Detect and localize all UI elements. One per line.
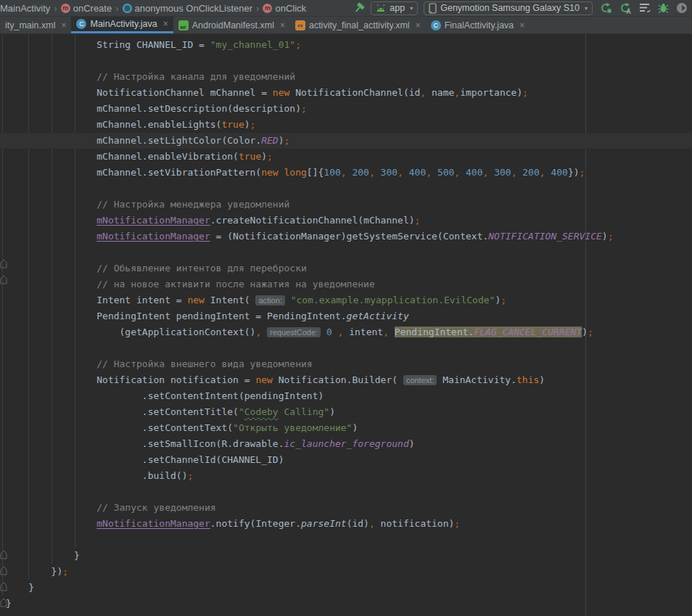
apply-changes-icon[interactable]	[600, 2, 612, 14]
code-token: "	[239, 406, 244, 417]
tab-activity-main-xml[interactable]: ity_main.xml ×	[0, 17, 71, 33]
breadcrumb-item-oncreate[interactable]: m onCreate	[61, 3, 112, 14]
fold-marker-icon[interactable]	[0, 549, 7, 561]
code-token: // Настройка внешнего вида уведомления	[6, 358, 313, 369]
code-token: []{	[307, 167, 324, 178]
method-icon: m	[263, 4, 272, 13]
code-token: 400	[466, 167, 482, 178]
close-icon[interactable]: ×	[416, 20, 421, 30]
close-icon[interactable]: ×	[61, 20, 66, 30]
code-token: RED	[261, 135, 278, 146]
code-token: MainActivity.	[437, 374, 516, 385]
code-token: Intent(	[205, 295, 255, 305]
code-line	[0, 340, 692, 356]
code-token	[375, 167, 381, 178]
breadcrumb-item-class[interactable]: MainActivity	[0, 3, 50, 14]
code-line: // Запуск уведомления	[0, 500, 692, 516]
tab-activity-final-acttivity-xml[interactable]: cx activity_final_acttivity.xml ×	[290, 17, 426, 33]
close-icon[interactable]: ×	[163, 19, 168, 29]
breadcrumb-item-anonymous-listener[interactable]: anonymous OnClickListener	[123, 3, 253, 14]
breadcrumb-label: onCreate	[73, 3, 112, 14]
profile-app-icon[interactable]	[676, 2, 688, 14]
code-line	[0, 484, 692, 500]
code-token: )	[244, 119, 250, 130]
code-line: mNotificationManager.createNotificationC…	[0, 213, 692, 229]
breadcrumb-label: anonymous OnClickListener	[135, 3, 253, 14]
code-editor[interactable]: String CHANNEL_ID = "my_channel_01"; // …	[0, 34, 692, 616]
code-line: Intent intent = new Intent( action: "com…	[0, 292, 692, 308]
run-config-label: app	[390, 3, 405, 13]
apply-code-changes-icon[interactable]: A	[619, 2, 632, 14]
code-line: mNotificationManager.notify(Integer.pars…	[0, 516, 692, 532]
code-token: ;	[301, 103, 307, 114]
fold-marker-icon[interactable]	[0, 581, 7, 593]
code-line	[0, 532, 692, 548]
close-icon[interactable]: ×	[519, 20, 524, 30]
tab-label: AndroidManifest.xml	[192, 20, 274, 30]
code-token: (id)	[347, 518, 369, 529]
code-token	[389, 327, 395, 337]
code-token	[6, 518, 96, 529]
code-token: NotificationChannel mChannel =	[6, 87, 273, 98]
code-line: }	[0, 548, 692, 564]
fold-marker-icon[interactable]	[0, 565, 7, 577]
tab-mainactivity-java[interactable]: C MainActivity.java ×	[71, 17, 173, 33]
layout-file-icon: cx	[295, 20, 305, 30]
code-token	[285, 295, 291, 305]
code-token: Calling"	[279, 406, 329, 417]
code-token: )	[602, 231, 608, 242]
fold-marker-icon[interactable]	[0, 274, 7, 286]
tab-finalacttivity-java[interactable]: C FinalActtivity.java ×	[426, 17, 530, 33]
fold-marker-icon[interactable]	[0, 258, 7, 270]
chevron-right-icon: ›	[54, 3, 57, 14]
close-icon[interactable]: ×	[280, 20, 285, 30]
code-token: ,	[426, 167, 432, 178]
breadcrumb-label: MainActivity	[0, 3, 50, 14]
code-token: )	[582, 327, 588, 337]
run-config-dropdown[interactable]: app ▾	[371, 1, 418, 15]
code-token: mChannel.enableVibration(	[6, 151, 239, 162]
tab-bar: ity_main.xml × C MainActivity.java × MF …	[0, 17, 692, 34]
code-token: 0	[326, 327, 332, 337]
code-token: // Настройка менеджера уведомлений	[6, 199, 289, 210]
android-studio-window: MainActivity › m onCreate › anonymous On…	[0, 0, 692, 616]
code-token: "Открыть уведомление"	[233, 422, 352, 433]
code-lines: String CHANNEL_ID = "my_channel_01"; // …	[0, 34, 692, 612]
breadcrumb-label: onClick	[275, 3, 306, 14]
tab-label: FinalActtivity.java	[445, 20, 514, 30]
code-line: }	[0, 596, 692, 612]
code-token: (getApplicationContext()	[6, 327, 255, 337]
code-line: // Настройка внешнего вида уведомления	[0, 356, 692, 372]
code-token: mNotificationManager	[96, 231, 210, 242]
code-token: notification)	[375, 518, 455, 529]
breadcrumb: MainActivity › m onCreate › anonymous On…	[0, 3, 306, 14]
tab-androidmanifest-xml[interactable]: MF AndroidManifest.xml ×	[173, 17, 290, 33]
code-token	[403, 167, 409, 178]
fold-marker-icon[interactable]	[0, 597, 7, 609]
code-token	[6, 231, 96, 242]
code-token: = (NotificationManager)getSystemService(…	[210, 231, 489, 242]
device-dropdown[interactable]: Genymotion Samsung Galaxy S10 ▾	[424, 1, 593, 15]
code-token: .setContentTitle(	[6, 406, 239, 417]
code-token: PendingIntent.	[395, 327, 474, 337]
debug-icon[interactable]	[658, 2, 669, 14]
code-line: .setChannelId(CHANNEL_ID)	[0, 452, 692, 468]
code-token: .build()	[6, 470, 187, 481]
profiler-icon[interactable]	[639, 3, 651, 13]
code-line: .setContentIntent(pendingIntent)	[0, 388, 692, 404]
breadcrumb-item-onclick[interactable]: m onClick	[263, 3, 306, 14]
code-token: 100	[324, 167, 340, 178]
code-token: ,	[398, 167, 403, 178]
code-token: new	[255, 374, 272, 385]
code-token: this	[516, 374, 539, 385]
code-token: mChannel.enableLights(	[6, 119, 221, 130]
code-token	[6, 215, 96, 226]
code-token: .setChannelId(CHANNEL_ID)	[6, 454, 284, 465]
code-token: ic_launcher_foreground	[284, 438, 409, 449]
code-token: NOTIFICATION_SERVICE	[488, 231, 602, 242]
code-token: ;	[295, 39, 301, 50]
make-project-icon[interactable]	[353, 2, 365, 14]
code-token: ,	[420, 87, 426, 98]
code-token: )	[329, 406, 335, 417]
code-token: .setSmallIcon(R.drawable.	[6, 438, 284, 449]
